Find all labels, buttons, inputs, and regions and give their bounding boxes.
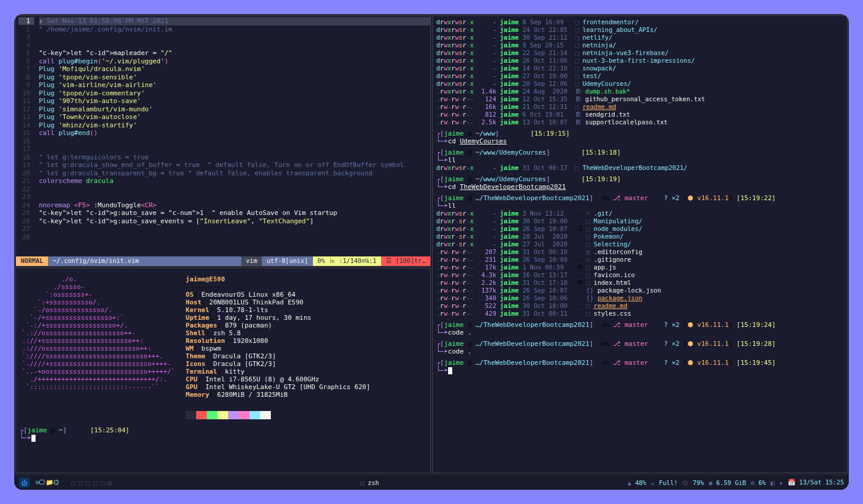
status-widget[interactable]: ◉ 6.59 GiB (709, 479, 746, 486)
workspace-switcher[interactable]: ⬚⬚⬚⬚⬚○ (71, 479, 111, 486)
status-widget[interactable]: ✷ (779, 479, 782, 486)
vim-mode: NORMAL (16, 256, 48, 266)
start-icon[interactable]: ⏻ (19, 478, 30, 487)
workspace-indicator[interactable]: ⬚ (93, 479, 97, 486)
right-terminal-pane[interactable]: drwxrwsr-x - jaime 8 Sep 16:09 ⬚ fronten… (432, 15, 848, 473)
vim-filename: ~/.config/nvim/init.vim (48, 256, 241, 266)
vim-trailing: ☰ [100]tr… (381, 256, 430, 266)
vim-code[interactable]: ▮ Sat Nov 13 01:58:08 PM MST 2021" /home… (39, 16, 430, 256)
taskbar-launcher-icon[interactable]: ⌬ (53, 479, 59, 486)
vim-gutter: 1 2 3 4 5 6 7 8 9 10 11 12 13 14 15 16 1… (16, 16, 39, 256)
status-widget[interactable]: ▲ 48% (628, 479, 647, 486)
workspace-indicator[interactable]: ⬚ (79, 479, 82, 486)
active-app-name: zsh (367, 479, 379, 486)
taskbar-launcher-icon[interactable]: 🖵 (39, 479, 46, 486)
vim-filetype: vim (241, 256, 262, 266)
workspace-indicator[interactable]: ⬚ (71, 479, 75, 486)
left-column: 1 2 3 4 5 6 7 8 9 10 11 12 13 14 15 16 1… (15, 15, 431, 473)
vim-body: 1 2 3 4 5 6 7 8 9 10 11 12 13 14 15 16 1… (16, 16, 430, 256)
neofetch-ascii-art: ./o. ./sssso- `:osssssss+- `:+ssssssssss… (22, 275, 175, 419)
workspace: 1 2 3 4 5 6 7 8 9 10 11 12 13 14 15 16 1… (14, 14, 849, 474)
desktop: 1 2 3 4 5 6 7 8 9 10 11 12 13 14 15 16 1… (14, 14, 849, 490)
vim-position: 0% ㏑ :1/140≡℅:1 (313, 256, 382, 266)
taskbar-launcher-icon[interactable]: 📁 (46, 479, 53, 486)
vim-editor-pane[interactable]: 1 2 3 4 5 6 7 8 9 10 11 12 13 14 15 16 1… (15, 15, 431, 267)
neofetch-terminal-pane[interactable]: ./o. ./sssso- `:osssssss+- `:+ssssssssss… (15, 268, 431, 473)
shell-prompt[interactable]: ┌[jaime @ ~] [15:25:04] └─➤ (20, 426, 427, 442)
status-widget[interactable]: 📅 13/Sat 15:25 (788, 479, 844, 486)
vim-encoding: utf-8[unix] (262, 256, 313, 266)
taskbar-center: ▢ zsh (111, 479, 627, 486)
vim-statusline: NORMAL ~/.config/nvim/init.vim vim utf-8… (16, 256, 430, 266)
taskbar-right: ▲ 48%⏛ Full!⏲ 79%◉ 6.59 GiB⚙ 6%◧ ✷ 📅 13/… (628, 479, 844, 486)
workspace-indicator[interactable]: ⬚ (101, 479, 104, 486)
workspace-indicator[interactable]: ⬚ (86, 479, 90, 486)
status-widget[interactable]: ⏛ Full! (651, 479, 677, 486)
taskbar: ⏻ ⎋🖵📁⌬ ⬚⬚⬚⬚⬚○ ▢ zsh ▲ 48%⏛ Full!⏲ 79%◉ 6… (14, 474, 849, 490)
app-icon: ▢ (360, 479, 364, 486)
neofetch-info: jaime@E590 ---------- OS: EndeavourOS Li… (186, 275, 370, 419)
status-widget[interactable]: ⏲ 79% (682, 479, 704, 486)
status-widget[interactable]: ⚙ 6% (751, 479, 766, 486)
status-widget[interactable]: ◧ (771, 479, 774, 486)
taskbar-left: ⏻ ⎋🖵📁⌬ ⬚⬚⬚⬚⬚○ (19, 478, 111, 487)
